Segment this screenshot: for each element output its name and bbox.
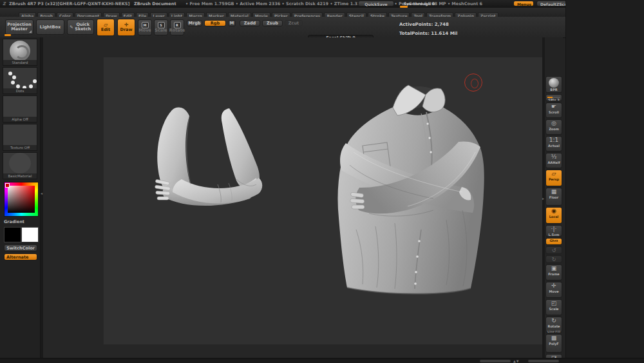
secondary-color-swatch[interactable] xyxy=(21,227,39,242)
tray-thumb-basicmaterial[interactable]: BasicMaterial xyxy=(3,152,37,179)
zsub-button[interactable]: Zsub xyxy=(262,20,283,26)
lightbox-button[interactable]: LightBox xyxy=(36,19,64,35)
rot-ccw-icon: ↺ xyxy=(546,247,562,254)
tray-thumb-dots[interactable]: Dots xyxy=(3,67,37,94)
menus-toggle-button[interactable]: Menus xyxy=(513,1,534,6)
rgb-button[interactable]: Rgb xyxy=(204,20,226,26)
scroll-button[interactable]: ☛Scroll xyxy=(545,103,562,118)
persp-icon: ▱ xyxy=(546,170,562,177)
rotate-button[interactable]: RRotate xyxy=(170,19,184,35)
mag-icon: ◎ xyxy=(546,120,562,127)
left-tray-collapse-icon[interactable]: ◂ xyxy=(41,191,43,195)
right-shelf: BPRSPix 3☛Scroll◎Zoom1:1Actual½AAHalf▱Pe… xyxy=(545,37,563,358)
corner-fold-icon xyxy=(29,30,32,33)
rot-cw-button[interactable]: ↻ xyxy=(545,255,562,263)
tray-thumb-texture-off[interactable]: Texture Off xyxy=(3,124,37,151)
pencil-icon: ✎ xyxy=(70,25,73,30)
frame-icon: ▣ xyxy=(546,265,562,272)
horizontal-scrollbar[interactable]: ▲▼ xyxy=(0,358,644,363)
tray-thumb-label: Alpha Off xyxy=(3,117,37,122)
polyf-icon: ▩ xyxy=(546,335,562,342)
total-points-stat: TotalPoints: 11.614 Mil xyxy=(399,31,457,36)
alternate-button[interactable]: Alternate xyxy=(4,253,37,260)
projection-master-button[interactable]: Projection Master xyxy=(5,19,33,35)
quicksave-button[interactable]: QuickSave xyxy=(358,1,394,6)
local-icon: ◉ xyxy=(546,208,562,215)
top-shelf: Projection Master LightBox ✎ Quick Sketc… xyxy=(0,17,644,38)
move-button[interactable]: ✛Move xyxy=(545,282,562,298)
polyf-button[interactable]: ▩PolyF xyxy=(545,334,562,353)
aahalf-button[interactable]: ½AAHalf xyxy=(545,153,562,168)
brush-cursor xyxy=(464,74,482,92)
canvas-viewport[interactable]: ◂ ▸ xyxy=(41,37,545,358)
tray-thumb-label: Standard xyxy=(3,60,37,65)
zadd-button[interactable]: Zadd xyxy=(240,20,260,26)
zbrush-window: Z ZBrush 4R7 P3 (x32)[GHER-LGFF-QXNT-KXH… xyxy=(0,0,644,363)
switchcolor-button[interactable]: SwitchColor xyxy=(4,244,37,251)
menu-bar: AlphaBrushColorDocumentDrawEditFileLayer… xyxy=(0,8,644,17)
tray-thumb-label: BasicMaterial xyxy=(3,173,37,179)
persp-button[interactable]: ▱Persp xyxy=(545,170,562,186)
hscroll-handle-left[interactable] xyxy=(480,360,511,362)
scale-button[interactable]: ◰Scale xyxy=(545,299,562,315)
rot-ccw-button[interactable]: ↺ xyxy=(545,246,562,254)
tray-thumb-standard[interactable]: Standard xyxy=(3,39,37,66)
scale-icon: ◰ xyxy=(546,300,562,307)
hscroll-handle-right[interactable] xyxy=(528,360,559,362)
quick-sketch-button[interactable]: ✎ Quick Sketch xyxy=(67,19,94,35)
left-tray: StandardDotsAlpha OffTexture OffBasicMat… xyxy=(0,37,41,358)
move-icon: ✛ xyxy=(546,282,562,289)
m-button[interactable]: M xyxy=(228,20,236,26)
actual-icon: 1:1 xyxy=(546,137,562,144)
color-picker[interactable] xyxy=(4,182,39,217)
hand-icon: ☛ xyxy=(546,103,562,110)
hscroll-arrows-icon[interactable]: ▲▼ xyxy=(513,359,520,363)
shelf-slider-handle[interactable] xyxy=(5,34,11,36)
floor-icon: ▦ xyxy=(546,188,562,195)
rot-cw-icon: ↻ xyxy=(546,256,562,263)
zoom-button[interactable]: ◎Zoom xyxy=(545,119,562,135)
color-picker-cursor xyxy=(5,183,10,188)
main-color-swatch[interactable] xyxy=(4,227,21,242)
zcut-button[interactable]: Zcut xyxy=(285,20,303,26)
tool-panel: Kosulja_qumbiAlphaBrushSSimpleBrushErase… xyxy=(565,0,644,363)
app-title: ZBrush 4R7 P3 (x32)[GHER-LGFF-QXNT-KXHI-… xyxy=(9,1,129,6)
l-sym-button[interactable]: ·|·L.Sym xyxy=(545,225,562,237)
frame-button[interactable]: ▣Frame xyxy=(545,264,562,280)
arms-model[interactable] xyxy=(153,103,272,216)
tray-thumb-alpha-off[interactable]: Alpha Off xyxy=(3,95,37,123)
sym-icon: ·|· xyxy=(546,226,562,233)
left-tray-divider[interactable] xyxy=(41,37,43,358)
scale-button[interactable]: SScale xyxy=(154,19,168,35)
active-points-stat: ActivePoints: 2,748 xyxy=(399,22,449,27)
right-tray-collapse-icon[interactable]: ▸ xyxy=(542,196,544,201)
draw-button[interactable]: ✛Draw xyxy=(117,19,135,36)
zbrush-document[interactable] xyxy=(103,57,545,345)
actual-button[interactable]: 1:1Actual xyxy=(545,136,562,152)
right-shelf-note: Line Fill xyxy=(545,330,563,333)
ghrz-button[interactable]: Ghrz xyxy=(545,238,562,245)
half-icon: ½ xyxy=(546,153,562,161)
gradient-label[interactable]: Gradient xyxy=(4,219,37,224)
local-button[interactable]: ◉Local xyxy=(545,207,562,224)
zbrush-logo-icon: Z xyxy=(3,1,6,6)
edit-button[interactable]: ▱Edit xyxy=(97,19,115,36)
tray-thumb-label: Texture Off xyxy=(3,145,37,150)
shirt-model[interactable] xyxy=(330,81,497,302)
document-title: ZBrush Document xyxy=(134,1,176,6)
floor-button[interactable]: ▦Floor xyxy=(545,188,562,206)
title-bar: Z ZBrush 4R7 P3 (x32)[GHER-LGFF-QXNT-KXH… xyxy=(0,0,644,8)
move-button[interactable]: MMove xyxy=(138,19,152,35)
tray-thumb-label: Dots xyxy=(3,88,37,93)
bpr-button[interactable]: BPR xyxy=(545,76,562,93)
spix-3-button[interactable]: SPix 3 xyxy=(545,94,562,101)
rotate-icon: ↻ xyxy=(546,317,562,324)
bpr-sphere-icon xyxy=(549,78,559,88)
mrgb-button[interactable]: Mrgb xyxy=(187,20,202,26)
